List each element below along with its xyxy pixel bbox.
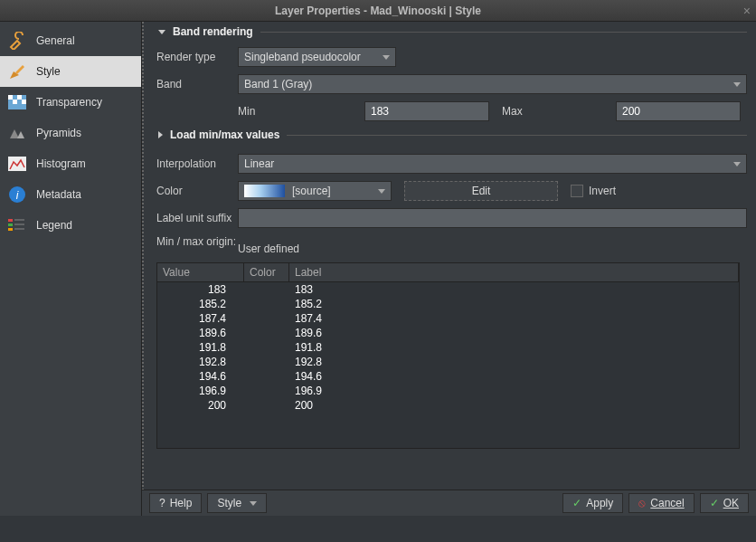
cell-value: 192.8 — [157, 355, 244, 369]
table-row[interactable]: 183183 — [157, 282, 739, 297]
combo-value: Band 1 (Gray) — [244, 78, 312, 90]
cell-label: 194.6 — [289, 369, 739, 384]
ok-button[interactable]: ✓ OK — [700, 493, 749, 513]
sidebar: General Style Transparency Pyramids Hist… — [0, 22, 142, 516]
sidebar-item-metadata[interactable]: i Metadata — [0, 179, 141, 210]
table-row[interactable]: 189.6189.6 — [157, 326, 739, 340]
info-icon: i — [7, 185, 27, 204]
cell-color — [244, 369, 289, 384]
cell-color — [244, 340, 289, 355]
section-label: Band rendering — [173, 25, 253, 38]
render-type-label: Render type — [156, 51, 238, 63]
sidebar-item-transparency[interactable]: Transparency — [0, 87, 141, 118]
interpolation-combo[interactable]: Linear — [238, 154, 747, 174]
table-row[interactable]: 194.6194.6 — [157, 369, 739, 384]
cell-color — [244, 282, 289, 297]
cell-value: 187.4 — [157, 311, 244, 326]
col-header-label[interactable]: Label — [289, 263, 739, 281]
min-input[interactable] — [364, 101, 489, 121]
sidebar-item-label: Transparency — [36, 96, 102, 109]
col-header-value[interactable]: Value — [157, 263, 244, 281]
col-header-color[interactable]: Color — [244, 263, 289, 281]
style-menu-button[interactable]: Style — [207, 493, 267, 513]
combo-value: Linear — [244, 157, 274, 170]
cell-label: 189.6 — [289, 326, 739, 340]
sidebar-item-label: Pyramids — [36, 127, 81, 139]
table-row[interactable]: 196.9196.9 — [157, 384, 739, 398]
transparency-icon — [7, 92, 27, 112]
combo-value: [source] — [292, 185, 331, 197]
cell-label: 185.2 — [289, 297, 739, 311]
svg-text:i: i — [16, 189, 19, 202]
cell-color — [244, 311, 289, 326]
chevron-down-icon — [733, 162, 741, 166]
sidebar-item-pyramids[interactable]: Pyramids — [0, 118, 141, 148]
cell-value: 191.8 — [157, 340, 244, 355]
table-row[interactable]: 187.4187.4 — [157, 311, 739, 326]
help-button[interactable]: ? Help — [149, 493, 202, 513]
section-load-minmax[interactable]: Load min/max values — [149, 125, 747, 147]
band-combo[interactable]: Band 1 (Gray) — [238, 74, 747, 94]
cell-value: 196.9 — [157, 384, 244, 398]
sidebar-item-label: Metadata — [36, 188, 81, 201]
sidebar-item-legend[interactable]: Legend — [0, 210, 141, 241]
color-ramp-combo[interactable]: [source] — [238, 181, 392, 201]
table-row[interactable]: 192.8192.8 — [157, 355, 739, 369]
max-input[interactable] — [616, 101, 741, 121]
label-unit-suffix-label: Label unit suffix — [156, 212, 238, 224]
main-panel: Band rendering Render type Singleband ps… — [142, 22, 756, 516]
titlebar: Layer Properties - Mad_Winooski | Style … — [0, 0, 756, 22]
render-type-combo[interactable]: Singleband pseudocolor — [238, 47, 396, 67]
min-label: Min — [238, 105, 364, 118]
cancel-button[interactable]: ⦸ Cancel — [628, 493, 694, 513]
color-map-table[interactable]: Value Color Label 183183185.2185.2187.41… — [156, 262, 740, 449]
apply-button[interactable]: ✓ Apply — [562, 493, 623, 513]
invert-label: Invert — [589, 185, 616, 197]
sidebar-item-style[interactable]: Style — [0, 56, 141, 87]
cell-label: 192.8 — [289, 355, 739, 369]
section-band-rendering[interactable]: Band rendering — [149, 22, 747, 43]
svg-rect-8 — [8, 219, 13, 222]
chevron-down-icon — [250, 501, 257, 506]
cell-value: 200 — [157, 398, 244, 413]
cell-label: 200 — [289, 398, 739, 413]
brush-icon — [7, 62, 27, 81]
chevron-right-icon — [158, 131, 163, 138]
cancel-icon: ⦸ — [638, 497, 646, 509]
check-icon: ✓ — [710, 497, 719, 509]
table-row[interactable]: 191.8191.8 — [157, 340, 739, 355]
sidebar-item-histogram[interactable]: Histogram — [0, 148, 141, 179]
sidebar-item-general[interactable]: General — [0, 25, 141, 56]
cell-label: 187.4 — [289, 311, 739, 326]
color-label: Color — [156, 185, 238, 197]
svg-rect-3 — [13, 100, 17, 104]
cell-value: 183 — [157, 282, 244, 297]
invert-checkbox[interactable] — [571, 185, 583, 197]
sidebar-item-label: General — [36, 34, 75, 47]
section-label: Load min/max values — [170, 128, 279, 141]
table-row[interactable]: 200200 — [157, 398, 739, 413]
close-icon[interactable]: × — [743, 4, 751, 18]
table-row[interactable]: 185.2185.2 — [157, 297, 739, 311]
pyramids-icon — [7, 123, 27, 143]
cell-value: 189.6 — [157, 326, 244, 340]
cell-label: 196.9 — [289, 384, 739, 398]
edit-button[interactable]: Edit — [404, 181, 558, 201]
cell-color — [244, 384, 289, 398]
help-icon: ? — [159, 497, 165, 509]
cell-color — [244, 398, 289, 413]
cell-label: 183 — [289, 282, 739, 297]
cell-value: 185.2 — [157, 297, 244, 311]
sidebar-item-label: Histogram — [36, 157, 86, 170]
combo-value: Singleband pseudocolor — [244, 51, 361, 63]
max-label: Max — [489, 105, 616, 118]
chevron-down-icon — [383, 55, 390, 60]
svg-rect-2 — [17, 95, 22, 100]
label-unit-suffix-input[interactable] — [238, 208, 747, 228]
band-label: Band — [156, 78, 238, 90]
cell-label: 191.8 — [289, 340, 739, 355]
cell-color — [244, 297, 289, 311]
check-icon: ✓ — [572, 497, 581, 509]
cell-color — [244, 355, 289, 369]
cell-color — [244, 326, 289, 340]
